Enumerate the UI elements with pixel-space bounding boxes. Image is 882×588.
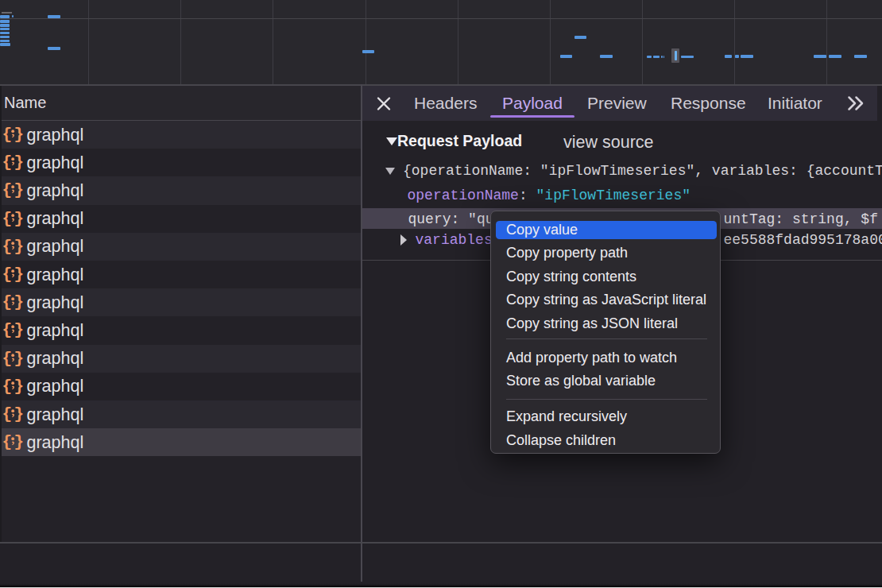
svg-text:}: } xyxy=(14,377,24,395)
svg-text:{: { xyxy=(2,265,12,284)
svg-text:{: { xyxy=(2,433,12,451)
svg-text:}: } xyxy=(14,209,24,227)
svg-text:}: } xyxy=(14,153,24,172)
svg-text:}: } xyxy=(14,321,24,339)
svg-text:{: { xyxy=(2,181,12,199)
svg-text:{: { xyxy=(2,126,12,144)
svg-text:}: } xyxy=(14,237,24,255)
svg-text:{: { xyxy=(2,293,12,311)
svg-text:{: { xyxy=(2,349,12,367)
svg-text:}: } xyxy=(14,293,24,311)
svg-text:}: } xyxy=(14,126,24,144)
svg-text:}: } xyxy=(14,349,24,367)
svg-text:{: { xyxy=(2,377,12,395)
svg-text:}: } xyxy=(14,405,24,424)
svg-text:}: } xyxy=(14,265,24,284)
svg-text:{: { xyxy=(2,237,12,255)
svg-text:{: { xyxy=(2,405,12,424)
svg-text:{: { xyxy=(2,321,12,339)
svg-text:{: { xyxy=(2,153,12,172)
svg-text:}: } xyxy=(14,181,24,199)
svg-text:{: { xyxy=(2,209,12,227)
svg-text:}: } xyxy=(14,433,24,451)
